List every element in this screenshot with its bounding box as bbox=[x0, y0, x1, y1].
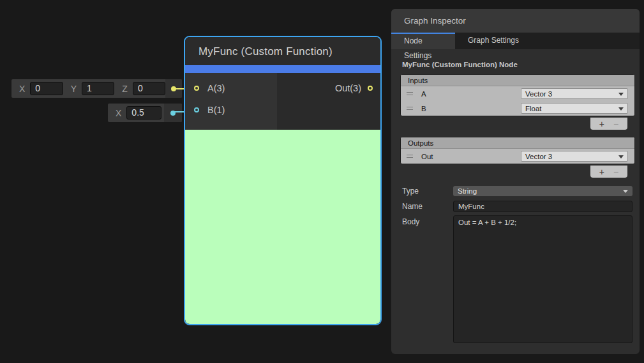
tab-node-settings[interactable]: Node Settings bbox=[391, 33, 455, 49]
output-out-type-dropdown[interactable]: Vector 3 bbox=[521, 151, 628, 162]
add-output-button[interactable]: + bbox=[599, 166, 604, 178]
outputs-section-title: Outputs bbox=[401, 137, 634, 149]
float-x-field[interactable]: 0.5 bbox=[126, 106, 161, 120]
add-input-button[interactable]: + bbox=[599, 118, 604, 130]
node-port-area: A(3) B(1) Out(3) bbox=[185, 73, 380, 130]
input-b-type-value: Float bbox=[525, 105, 542, 112]
type-dropdown[interactable]: String bbox=[453, 186, 633, 196]
vector3-z-label: Z bbox=[122, 84, 128, 94]
float-port-cell bbox=[164, 104, 182, 122]
port-a-label: A(3) bbox=[207, 83, 225, 93]
input-a-name: A bbox=[421, 90, 426, 98]
node-preview bbox=[185, 130, 380, 324]
input-row-a[interactable]: A Vector 3 bbox=[401, 86, 634, 101]
node-settings-heading: MyFunc (Custom Function) Node bbox=[402, 61, 518, 68]
inspector-tabbar: Node Settings Graph Settings bbox=[391, 33, 640, 49]
type-value: String bbox=[458, 187, 477, 195]
port-out-label: Out(3) bbox=[335, 83, 361, 93]
tab-graph-settings[interactable]: Graph Settings bbox=[455, 33, 532, 49]
output-out-type-value: Vector 3 bbox=[525, 153, 552, 160]
drag-handle-icon[interactable] bbox=[407, 155, 413, 158]
input-row-b[interactable]: B Float bbox=[401, 101, 634, 116]
inputs-section: Inputs A Vector 3 B Float bbox=[400, 74, 635, 116]
vector3-x-label: X bbox=[19, 84, 25, 94]
node-accent-bar bbox=[185, 65, 380, 73]
input-a-type-dropdown[interactable]: Vector 3 bbox=[521, 88, 628, 99]
inspector-title[interactable]: Graph Inspector bbox=[391, 9, 640, 33]
drag-handle-icon[interactable] bbox=[407, 92, 413, 95]
vector3-y-label: Y bbox=[71, 84, 77, 94]
node-title: MyFunc (Custom Function) bbox=[185, 37, 380, 65]
body-field[interactable]: Out = A + B + 1/2; bbox=[453, 215, 633, 343]
dropdown-arrow-icon bbox=[623, 190, 628, 193]
float-x-label: X bbox=[116, 108, 121, 118]
drag-handle-icon[interactable] bbox=[407, 107, 413, 110]
vector3-x-field[interactable]: 0 bbox=[30, 82, 63, 95]
node-input-ports: A(3) B(1) bbox=[185, 73, 277, 130]
inputs-section-title: Inputs bbox=[401, 75, 634, 86]
dropdown-arrow-icon bbox=[618, 93, 624, 96]
outputs-list-footer: + − bbox=[590, 166, 627, 178]
input-b-name: B bbox=[421, 105, 426, 112]
port-row-a: A(3) bbox=[185, 79, 277, 98]
vector3-z-field[interactable]: 0 bbox=[133, 82, 165, 95]
graph-inspector-panel: Graph Inspector Node Settings Graph Sett… bbox=[391, 9, 640, 354]
name-field[interactable]: MyFunc bbox=[453, 201, 633, 212]
input-b-type-dropdown[interactable]: Float bbox=[521, 103, 628, 114]
body-label: Body bbox=[402, 217, 419, 226]
dropdown-arrow-icon bbox=[618, 155, 624, 158]
port-row-out: Out(3) bbox=[277, 79, 380, 98]
inputs-list-footer: + − bbox=[590, 118, 627, 130]
port-out-icon[interactable] bbox=[368, 86, 373, 91]
node-output-ports: Out(3) bbox=[277, 73, 380, 130]
outputs-section: Outputs Out Vector 3 bbox=[400, 137, 635, 164]
output-out-name: Out bbox=[421, 153, 433, 160]
port-a-icon[interactable] bbox=[194, 86, 199, 91]
input-a-type-value: Vector 3 bbox=[525, 90, 552, 98]
dropdown-arrow-icon bbox=[618, 107, 624, 111]
custom-function-node[interactable]: MyFunc (Custom Function) A(3) B(1) Out(3… bbox=[184, 36, 382, 325]
port-b-label: B(1) bbox=[207, 105, 225, 115]
vector3-input-widget: X 0 Y 1 Z 0 bbox=[11, 79, 182, 98]
output-row-out[interactable]: Out Vector 3 bbox=[401, 149, 634, 164]
type-label: Type bbox=[402, 187, 419, 196]
name-label: Name bbox=[402, 202, 423, 211]
remove-input-button[interactable]: − bbox=[613, 118, 618, 130]
port-row-b: B(1) bbox=[185, 100, 277, 120]
port-b-icon[interactable] bbox=[194, 107, 199, 112]
vector3-y-field[interactable]: 1 bbox=[82, 82, 114, 95]
remove-output-button[interactable]: − bbox=[613, 166, 618, 178]
float-input-widget: X 0.5 bbox=[108, 104, 182, 122]
